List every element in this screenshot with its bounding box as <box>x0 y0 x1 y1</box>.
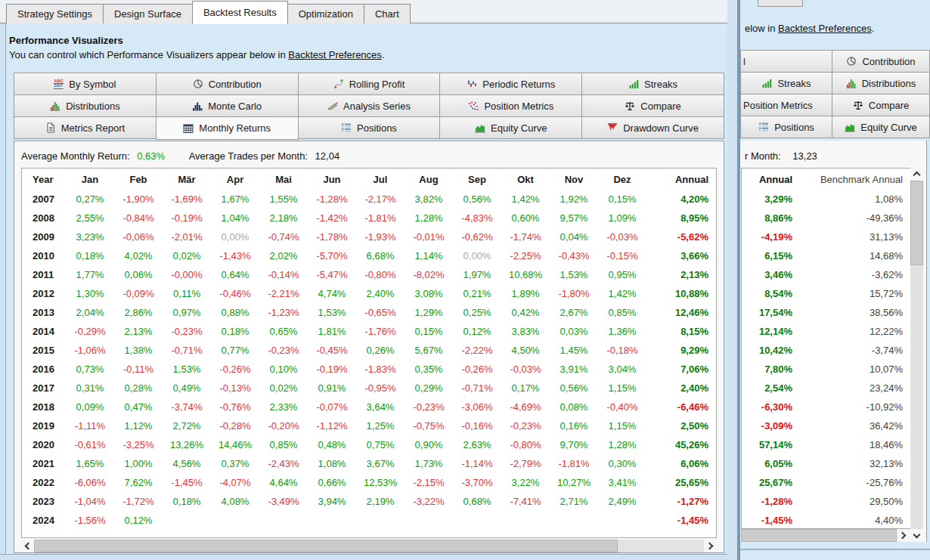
viz-tab-distributions[interactable]: Distributions <box>14 94 157 117</box>
month-return-cell: 1,92% <box>550 190 598 209</box>
viz-tab-equity-curve[interactable]: Equity Curve <box>832 116 930 138</box>
month-return-cell: 1,81% <box>308 322 356 341</box>
viz-tab-rolling-profit[interactable]: Rolling Profit <box>298 73 441 95</box>
viz-tab-contribution[interactable]: Contribution <box>832 50 930 73</box>
viz-tab-label: Contribution <box>209 79 262 90</box>
month-return-cell: 1,42% <box>598 284 646 303</box>
table-row-2010: 20100,18%4,02%0,02%-1,43%2,02%-5,70%6,68… <box>22 246 716 265</box>
year-cell: 2024 <box>22 511 66 530</box>
month-return-cell: 1,42% <box>501 190 550 209</box>
month-return-cell <box>550 511 598 530</box>
bg-benchmark-cell: 23,24% <box>798 379 910 398</box>
viz-tab-distributions[interactable]: Distributions <box>832 72 930 94</box>
month-return-cell: -3,25% <box>114 435 163 454</box>
equity-curve-icon <box>845 122 855 132</box>
viz-tab-equity-curve[interactable]: Equity Curve <box>439 116 582 139</box>
viz-tab-contribution[interactable]: Contribution <box>156 73 299 95</box>
viz-tab-compare[interactable]: Compare <box>581 94 724 117</box>
bg-scroll-up-button[interactable] <box>910 168 923 181</box>
year-cell: 2013 <box>22 303 66 322</box>
month-return-cell: -8,02% <box>405 265 453 284</box>
bg-backtest-preferences-link[interactable]: Backtest Preferences <box>778 23 872 34</box>
month-return-cell: -0,16% <box>453 416 501 435</box>
year-cell: 2008 <box>22 209 66 227</box>
viz-tab-positions[interactable]: Positions <box>740 116 832 138</box>
column-header-year: Year <box>22 169 66 190</box>
year-cell: 2019 <box>22 416 66 435</box>
month-return-cell: 1,53% <box>550 265 598 284</box>
horizontal-scrollbar[interactable] <box>21 540 717 552</box>
month-return-cell: 1,53% <box>163 360 211 379</box>
monthly-returns-table-container[interactable]: YearJanFebMärAprMaiJunJulAugSepOktNovDez… <box>21 168 717 538</box>
month-return-cell: 0,68% <box>453 492 501 511</box>
scroll-right-button[interactable] <box>704 540 717 552</box>
month-return-cell: 14,46% <box>211 435 259 454</box>
avg-trades-value: 12,04 <box>315 150 340 162</box>
bg-vertical-scroll-thumb[interactable] <box>910 181 923 265</box>
column-header-annual: Annual <box>646 169 716 190</box>
month-return-cell: -0,26% <box>211 360 259 379</box>
month-return-cell: -1,78% <box>308 227 356 246</box>
bg-column-header-benchmark-annual: Benchmark Annual <box>798 169 910 190</box>
month-return-cell: -0,80% <box>501 435 550 454</box>
month-return-cell <box>211 511 259 530</box>
viz-tab-label: Streaks <box>777 78 811 89</box>
viz-tab-by-symbol[interactable]: ABCDEFBy Symbol <box>14 73 157 95</box>
bg-table-row: 3,46%-3,62% <box>742 265 910 284</box>
month-return-cell: -0,23% <box>501 416 550 435</box>
month-return-cell: 0,31% <box>66 379 114 398</box>
month-return-cell: 0,16% <box>550 416 598 435</box>
viz-tab-monthly-returns[interactable]: Monthly Returns <box>156 116 299 140</box>
viz-tab-monte-carlo[interactable]: Monte Carlo <box>156 94 299 117</box>
top-tab-backtest-results[interactable]: Backtest Results <box>192 1 288 24</box>
viz-tab-positions[interactable]: Positions <box>298 116 441 139</box>
background-annual-table-container[interactable]: AnnualBenchmark Annual3,29%1,08%8,86%-49… <box>741 168 910 529</box>
top-tab-optimization[interactable]: Optimization <box>287 4 364 23</box>
monthly-returns-table: YearJanFebMärAprMaiJunJulAugSepOktNovDez… <box>22 169 716 530</box>
background-vertical-scrollbar[interactable] <box>910 168 923 542</box>
background-horizontal-scrollbar[interactable] <box>741 529 910 542</box>
viz-tab-analysis-series[interactable]: Analysis Series <box>298 94 441 117</box>
month-return-cell: 0,12% <box>453 322 501 341</box>
top-tab-design-surface[interactable]: Design Surface <box>103 4 193 23</box>
viz-tab-metrics-report[interactable]: Metrics Report <box>14 116 157 139</box>
backtest-preferences-link[interactable]: Backtest Preferences <box>288 49 382 60</box>
page-title: Performance Visualizers <box>9 35 123 46</box>
analysis-series-icon <box>327 101 338 111</box>
bg-annual-cell: 25,67% <box>742 473 798 492</box>
month-return-cell: 0,08% <box>550 398 598 416</box>
viz-tab-l[interactable]: l <box>740 50 832 73</box>
scroll-left-button[interactable] <box>21 540 34 552</box>
viz-tab-compare[interactable]: Compare <box>832 94 930 116</box>
compare-icon <box>625 101 635 111</box>
bg-table-row: 8,86%-49,36% <box>742 209 910 227</box>
viz-tab-streaks[interactable]: Streaks <box>581 73 724 95</box>
column-header-sep: Sep <box>453 169 501 190</box>
bg-annual-cell: -1,45% <box>742 511 798 529</box>
horizontal-scroll-thumb[interactable] <box>34 540 618 552</box>
month-return-cell: 1,89% <box>501 284 550 303</box>
month-return-cell: -3,74% <box>163 398 211 416</box>
month-return-cell: 0,10% <box>259 360 308 379</box>
top-tab-strategy-settings[interactable]: Strategy Settings <box>6 4 104 23</box>
month-return-cell: 1,09% <box>598 209 646 227</box>
viz-tab-position-metrics[interactable]: Position Metrics <box>740 94 832 116</box>
month-return-cell: 2,33% <box>259 398 308 416</box>
viz-tab-periodic-returns[interactable]: Periodic Returns <box>439 73 582 95</box>
month-return-cell: 3,83% <box>501 322 550 341</box>
month-return-cell: -0,28% <box>211 416 259 435</box>
annual-return-cell: 2,40% <box>646 379 716 398</box>
top-tab-chart[interactable]: Chart <box>364 4 411 23</box>
top-tab-bar: Strategy SettingsDesign SurfaceBacktest … <box>6 0 411 23</box>
bg-horizontal-scroll-thumb[interactable] <box>741 529 897 542</box>
bg-scroll-down-button[interactable] <box>910 529 923 542</box>
viz-tab-position-metrics[interactable]: Position Metrics <box>439 94 582 117</box>
viz-tab-drawdown-curve[interactable]: Drawdown Curve <box>581 116 724 139</box>
bg-benchmark-cell: -10,92% <box>798 398 910 416</box>
viz-tab-streaks[interactable]: Streaks <box>740 72 832 94</box>
month-return-cell: 4,50% <box>501 341 550 360</box>
month-return-cell: -1,42% <box>308 209 356 227</box>
bg-annual-cell: 7,80% <box>742 360 798 379</box>
chevron-down-icon <box>913 531 921 539</box>
bg-scroll-right-button[interactable] <box>897 529 910 542</box>
